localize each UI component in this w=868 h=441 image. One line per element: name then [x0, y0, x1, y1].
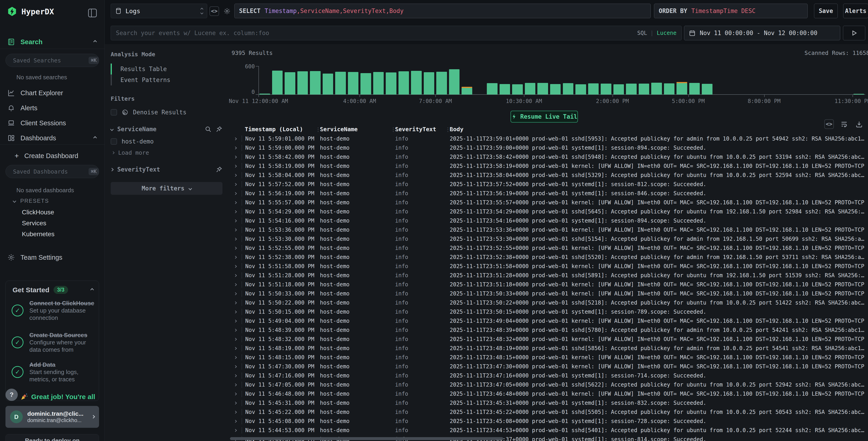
presets-section-toggle[interactable]: PRESETS	[13, 198, 49, 204]
source-settings-gear-icon[interactable]	[222, 6, 232, 16]
table-row[interactable]: Nov 11 5:55:57.000 PMhost-demoinfo2025-1…	[229, 198, 868, 207]
table-row[interactable]: Nov 11 5:45:31.000 PMhost-demoinfo2025-1…	[229, 399, 868, 408]
histogram-bar[interactable]	[272, 70, 283, 94]
row-expand-chevron-icon[interactable]	[229, 202, 242, 204]
histogram-bar[interactable]	[361, 73, 371, 94]
table-row[interactable]: Nov 11 5:56:19.000 PMhost-demoinfo2025-1…	[229, 189, 868, 198]
column-resize-handle[interactable]: ⋮⋮	[445, 126, 454, 133]
table-row[interactable]: Nov 11 5:58:42.000 PMhost-demoinfo2025-1…	[229, 152, 868, 161]
table-row[interactable]: Nov 11 5:57:52.000 PMhost-demoinfo2025-1…	[229, 180, 868, 189]
histogram-bar[interactable]	[651, 83, 662, 94]
row-expand-chevron-icon[interactable]	[229, 220, 242, 222]
table-row[interactable]: Nov 11 5:53:30.000 PMhost-demoinfo2025-1…	[229, 234, 868, 243]
source-select[interactable]: Logs	[111, 4, 207, 18]
histogram-bar[interactable]	[512, 84, 523, 94]
alerts-button[interactable]: Alerts	[843, 4, 868, 18]
table-row[interactable]: Nov 11 5:51:28.000 PMhost-demoinfo2025-1…	[229, 271, 868, 280]
preset-kubernetes[interactable]: Kubernetes	[22, 231, 55, 238]
row-expand-chevron-icon[interactable]	[229, 174, 242, 176]
table-row[interactable]: Nov 11 5:52:38.000 PMhost-demoinfo2025-1…	[229, 253, 868, 262]
row-expand-chevron-icon[interactable]	[229, 430, 242, 432]
row-expand-chevron-icon[interactable]	[229, 411, 242, 413]
histogram-bar[interactable]	[537, 83, 548, 94]
col-header-timestamp[interactable]: Timestamp (Local)	[242, 126, 317, 133]
deploy-note-card[interactable]: Ready to deploy on	[5, 434, 99, 441]
chevron-up-icon[interactable]	[94, 40, 96, 44]
user-menu[interactable]: D dominic.tran@clic... dominic.tran@clic…	[5, 406, 99, 428]
table-row[interactable]: Nov 11 5:59:01.000 PMhost-demoinfo2025-1…	[229, 134, 868, 143]
histogram-bar[interactable]	[677, 83, 687, 94]
histogram-bar[interactable]	[310, 71, 320, 94]
table-row[interactable]: Nov 11 5:48:15.000 PMhost-demoinfo2025-1…	[229, 353, 868, 362]
table-row[interactable]: Nov 11 5:48:32.000 PMhost-demoinfo2025-1…	[229, 334, 868, 344]
filter-group-severitytext[interactable]: SeverityText	[111, 166, 229, 173]
row-expand-chevron-icon[interactable]	[229, 329, 242, 331]
row-expand-chevron-icon[interactable]	[229, 265, 242, 267]
table-row[interactable]: Nov 11 5:50:33.000 PMhost-demoinfo2025-1…	[229, 289, 868, 298]
table-row[interactable]: Nov 11 5:46:48.000 PMhost-demoinfo2025-1…	[229, 389, 868, 399]
save-button[interactable]: Save	[814, 4, 838, 18]
event-search-box[interactable]: SQL | Lucene	[111, 26, 682, 40]
mode-results-table[interactable]: Results Table	[111, 63, 229, 75]
histogram-bar[interactable]	[436, 72, 447, 94]
load-more-button[interactable]: Load more	[111, 149, 229, 156]
table-row[interactable]: Nov 11 5:45:08.000 PMhost-demoinfo2025-1…	[229, 417, 868, 426]
denoise-results-toggle[interactable]: Denoise Results	[111, 109, 229, 116]
row-expand-chevron-icon[interactable]	[229, 356, 242, 358]
preset-services[interactable]: Services	[22, 219, 46, 227]
row-expand-chevron-icon[interactable]	[229, 420, 242, 422]
table-row[interactable]: Nov 11 5:54:16.000 PMhost-demoinfo2025-1…	[229, 216, 868, 225]
select-columns-input[interactable]: SELECT Timestamp,ServiceName,SeverityTex…	[234, 4, 651, 18]
table-row[interactable]: Nov 11 5:52:55.000 PMhost-demoinfo2025-1…	[229, 243, 868, 253]
row-expand-chevron-icon[interactable]	[229, 284, 242, 286]
sidebar-collapse-icon[interactable]	[88, 9, 97, 17]
row-expand-chevron-icon[interactable]	[229, 274, 242, 276]
histogram-bar[interactable]	[613, 84, 624, 94]
sidebar-item-chart-explorer[interactable]: Chart Explorer	[7, 88, 99, 98]
lang-lucene-option[interactable]: Lucene	[657, 30, 677, 36]
saved-dashboards-input[interactable]: ⌘K	[5, 165, 99, 178]
table-row[interactable]: Nov 11 5:48:19.000 PMhost-demoinfo2025-1…	[229, 344, 868, 353]
row-expand-chevron-icon[interactable]	[229, 402, 242, 404]
histogram-bar[interactable]	[601, 84, 611, 94]
histogram-bar[interactable]	[626, 84, 637, 94]
row-expand-chevron-icon[interactable]	[229, 238, 242, 240]
row-expand-chevron-icon[interactable]	[229, 311, 242, 313]
table-row[interactable]: Nov 11 5:47:05.000 PMhost-demoinfo2025-1…	[229, 380, 868, 389]
row-expand-chevron-icon[interactable]	[229, 256, 242, 258]
date-range-picker[interactable]: Nov 11 00:00:00 - Nov 12 00:00:00	[684, 26, 840, 40]
histogram-bar[interactable]	[373, 72, 384, 94]
run-query-button[interactable]	[843, 26, 865, 40]
histogram-bar[interactable]	[285, 72, 295, 94]
more-filters-button[interactable]: More filters	[111, 182, 222, 195]
chevron-up-icon[interactable]	[94, 136, 96, 140]
histogram-bar[interactable]	[588, 83, 599, 94]
histogram-bar[interactable]	[298, 71, 308, 94]
histogram-bar[interactable]	[854, 94, 864, 94]
table-row[interactable]: Nov 11 5:51:58.000 PMhost-demoinfo2025-1…	[229, 262, 868, 271]
histogram-bar[interactable]	[259, 94, 270, 94]
table-row[interactable]: Nov 11 5:44:53.000 PMhost-demoinfo2025-1…	[229, 426, 868, 435]
col-header-severitytext[interactable]: ⋮⋮SeverityText	[392, 126, 446, 133]
table-row[interactable]: Nov 11 5:48:39.000 PMhost-demoinfo2025-1…	[229, 325, 868, 334]
histogram-bar[interactable]	[550, 84, 561, 94]
get-started-item-add-data[interactable]: ✓ Add DataStart sending logs, metrics, o…	[11, 361, 94, 383]
get-started-item-connect[interactable]: ✓ Connect to ClickHouseSet up your datab…	[11, 299, 94, 321]
histogram-bar[interactable]	[323, 74, 333, 94]
sidebar-item-team-settings[interactable]: Team Settings	[7, 253, 99, 262]
sidebar-item-search[interactable]: Search	[7, 37, 99, 47]
host-demo-checkbox[interactable]	[111, 138, 117, 145]
column-resize-handle[interactable]: ⋮⋮	[391, 126, 400, 133]
table-row[interactable]: Nov 11 5:47:30.000 PMhost-demoinfo2025-1…	[229, 362, 868, 371]
get-started-item-sources[interactable]: ✓ Create Data SourcesConfigure where you…	[11, 331, 94, 353]
histogram-bar[interactable]	[576, 84, 586, 94]
histogram-bar[interactable]	[664, 83, 675, 94]
row-expand-chevron-icon[interactable]	[229, 229, 242, 231]
col-header-servicename[interactable]: ⋮⋮ServiceName	[317, 126, 392, 133]
table-row[interactable]: Nov 11 5:47:16.000 PMhost-demoinfo2025-1…	[229, 371, 868, 380]
sidebar-item-client-sessions[interactable]: Client Sessions	[7, 118, 99, 128]
table-row[interactable]: Nov 11 5:50:22.000 PMhost-demoinfo2025-1…	[229, 298, 868, 307]
table-row[interactable]: Nov 11 5:58:19.000 PMhost-demoinfo2025-1…	[229, 161, 868, 171]
resume-live-tail-button[interactable]: Resume Live Tail	[510, 111, 578, 122]
row-expand-chevron-icon[interactable]	[229, 247, 242, 249]
